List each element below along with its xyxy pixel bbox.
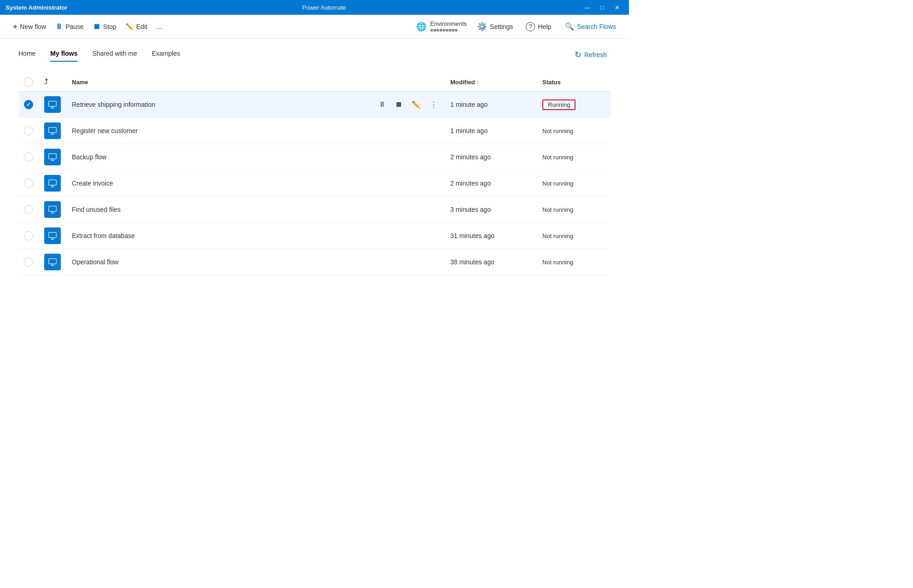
table-row[interactable]: Retrieve shipping information ⏸ ⏹ ✏️ ⋮ 1…: [18, 92, 611, 118]
flow-icon: [44, 175, 61, 192]
row-checkbox[interactable]: [24, 126, 33, 135]
table-row[interactable]: Backup flow2 minutes agoNot running: [18, 144, 611, 170]
toolbar-right: 🌐 Environments ■■■■■■■■■ ⚙️ Settings ? H…: [416, 20, 620, 34]
svg-rect-5: [49, 233, 57, 238]
status-badge: Running: [542, 99, 576, 110]
flow-name: Create invoice: [66, 170, 371, 197]
environments-section: 🌐 Environments ■■■■■■■■■: [416, 20, 466, 33]
stop-icon: ⏹: [93, 23, 100, 31]
col-name-header: Name: [66, 73, 371, 92]
table-row[interactable]: Extract from database31 minutes agoNot r…: [18, 223, 611, 249]
status-text: Not running: [542, 180, 573, 187]
settings-icon: ⚙️: [477, 22, 487, 32]
toolbar: + New flow ⏸ Pause ⏹ Stop ✏️ Edit ... 🌐 …: [0, 15, 629, 39]
flow-name: Find unused files: [66, 197, 371, 223]
tab-examples[interactable]: Examples: [152, 50, 180, 62]
svg-rect-1: [49, 128, 57, 133]
pause-button[interactable]: ⏸ Pause: [52, 20, 87, 34]
tab-my-flows[interactable]: My flows: [50, 50, 77, 62]
stop-button[interactable]: ⏹ Stop: [89, 20, 120, 34]
title-bar-user: System Administrator: [6, 4, 68, 11]
share-icon: ⤴: [44, 78, 48, 86]
flow-status: Not running: [537, 197, 611, 223]
svg-rect-4: [49, 206, 57, 212]
edit-button[interactable]: ✏️ Edit: [122, 20, 151, 33]
search-flows-label: Search Flows: [577, 23, 616, 30]
environment-icon: 🌐: [416, 22, 426, 32]
search-icon: 🔍: [565, 22, 574, 31]
minimize-button[interactable]: —: [581, 3, 594, 12]
row-pause-button[interactable]: ⏸: [377, 99, 388, 111]
stop-label: Stop: [103, 23, 116, 30]
status-text: Not running: [542, 206, 573, 213]
svg-rect-2: [49, 154, 57, 159]
tab-shared-with-me[interactable]: Shared with me: [92, 50, 137, 62]
title-bar: System Administrator Power Automate — □ …: [0, 0, 629, 15]
flow-icon-cell: [39, 118, 66, 144]
table-row[interactable]: Create invoice2 minutes agoNot running: [18, 170, 611, 197]
row-stop-button[interactable]: ⏹: [393, 99, 404, 111]
row-checkbox[interactable]: [24, 152, 33, 162]
environment-sub: ■■■■■■■■■: [430, 27, 466, 33]
row-checkbox[interactable]: [24, 231, 33, 240]
more-button[interactable]: ...: [153, 20, 166, 33]
row-edit-button[interactable]: ✏️: [410, 99, 423, 111]
help-icon: ?: [526, 22, 535, 31]
row-actions-cell: [371, 118, 445, 144]
settings-label: Settings: [490, 23, 513, 30]
flow-name: Extract from database: [66, 223, 371, 249]
row-checkbox[interactable]: [24, 179, 33, 188]
svg-rect-0: [49, 101, 57, 107]
flow-icon: [44, 227, 61, 244]
row-checkbox[interactable]: [24, 257, 33, 267]
table-row[interactable]: Find unused files3 minutes agoNot runnin…: [18, 197, 611, 223]
flow-icon-cell: [39, 170, 66, 197]
flow-icon-cell: [39, 197, 66, 223]
row-checkbox[interactable]: [24, 100, 33, 109]
close-button[interactable]: ✕: [611, 3, 623, 12]
svg-rect-3: [49, 180, 57, 186]
toolbar-left: + New flow ⏸ Pause ⏹ Stop ✏️ Edit ...: [9, 20, 414, 34]
tab-home[interactable]: Home: [18, 50, 35, 62]
flow-modified: 3 minutes ago: [445, 197, 537, 223]
flow-icon: [44, 254, 61, 270]
title-bar-controls: — □ ✕: [581, 3, 623, 12]
flows-table: ⤴ Name Modified ↑ Status Retrieve shippi…: [18, 73, 611, 275]
refresh-button[interactable]: ↻ Refresh: [571, 48, 611, 62]
col-actions-header: [371, 73, 445, 92]
flow-status: Running: [537, 92, 611, 118]
maximize-button[interactable]: □: [596, 3, 609, 12]
flow-name: Register new customer: [66, 118, 371, 144]
help-button[interactable]: ? Help: [523, 20, 554, 33]
select-all-checkbox[interactable]: [24, 77, 33, 87]
search-flows-button[interactable]: 🔍 Search Flows: [561, 20, 620, 33]
edit-label: Edit: [136, 23, 147, 30]
help-label: Help: [538, 23, 551, 30]
status-text: Not running: [542, 154, 573, 161]
flow-icon-cell: [39, 223, 66, 249]
flow-icon: [44, 96, 61, 113]
row-actions-cell: [371, 144, 445, 170]
settings-button[interactable]: ⚙️ Settings: [474, 20, 516, 34]
refresh-label: Refresh: [584, 51, 607, 58]
row-actions-cell: [371, 249, 445, 275]
table-row[interactable]: Operational flow38 minutes agoNot runnin…: [18, 249, 611, 275]
pause-icon: ⏸: [55, 23, 63, 31]
row-actions: ⏸ ⏹ ✏️ ⋮: [377, 99, 439, 111]
flow-name: Retrieve shipping information: [66, 92, 371, 118]
env-info: Environments ■■■■■■■■■: [430, 20, 466, 33]
flow-icon-cell: [39, 249, 66, 275]
more-label: ...: [157, 23, 162, 30]
row-checkbox[interactable]: [24, 205, 33, 214]
table-row[interactable]: Register new customer1 minute agoNot run…: [18, 118, 611, 144]
row-more-button[interactable]: ⋮: [428, 99, 439, 111]
flow-modified: 38 minutes ago: [445, 249, 537, 275]
environments-label: Environments: [430, 20, 466, 27]
flow-status: Not running: [537, 223, 611, 249]
col-modified-header[interactable]: Modified ↑: [445, 73, 537, 92]
flow-status: Not running: [537, 249, 611, 275]
edit-icon: ✏️: [126, 23, 134, 30]
flow-modified: 1 minute ago: [445, 118, 537, 144]
new-flow-button[interactable]: + New flow: [9, 20, 50, 34]
flow-icon: [44, 122, 61, 139]
